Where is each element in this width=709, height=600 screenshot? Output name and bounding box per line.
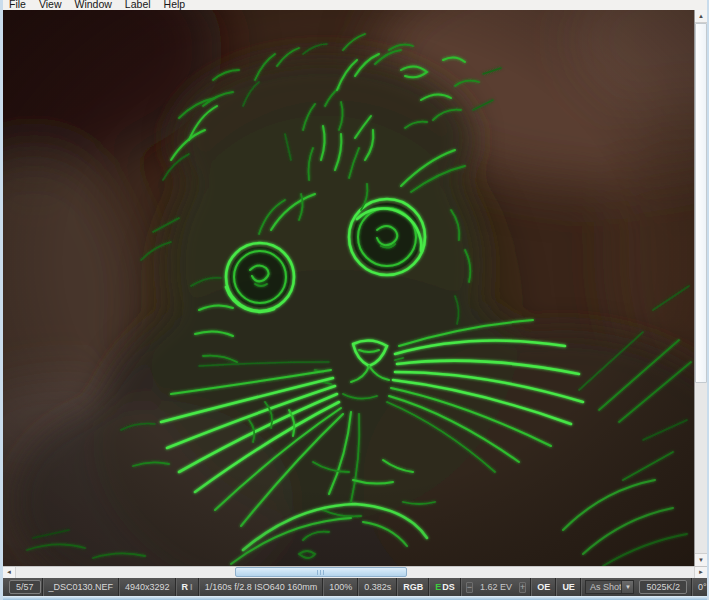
focus-peaking-edges-toggle[interactable]: E <box>431 582 442 592</box>
ev-increase-button[interactable]: + <box>519 582 526 593</box>
overexposure-toggle[interactable]: OE <box>533 582 554 592</box>
zoom-level: 100% <box>325 582 356 592</box>
channel-mode-toggle[interactable]: RGB <box>399 582 427 592</box>
white-balance-value: As Shot <box>586 582 622 592</box>
app-window: File View Window Label Help <box>0 0 709 600</box>
divider <box>175 578 177 596</box>
chevron-down-icon[interactable]: ▼ <box>621 581 633 593</box>
divider <box>118 578 120 596</box>
format-flags: RI <box>178 582 197 592</box>
exif-summary: 1/160s f/2.8 ISO640 160mm <box>201 582 322 592</box>
ev-decrease-button[interactable]: − <box>466 582 473 593</box>
divider <box>460 578 462 596</box>
divider <box>428 578 430 596</box>
scroll-right-icon[interactable]: ► <box>694 567 707 578</box>
vertical-scrollbar[interactable]: ▲ ▼ <box>694 10 707 566</box>
divider <box>691 578 693 596</box>
photo-cat-focus-peaking <box>3 10 694 566</box>
secondary-flag: I <box>188 582 193 592</box>
divider <box>530 578 532 596</box>
menu-bar: File View Window Label Help <box>3 0 707 10</box>
menu-window[interactable]: Window <box>75 0 112 10</box>
image-dimensions: 4940x3292 <box>121 582 174 592</box>
divider <box>396 578 398 596</box>
menu-view[interactable]: View <box>39 0 62 10</box>
color-temperature[interactable]: 5025K/2 <box>639 580 687 594</box>
ev-value: 1.62 EV <box>476 582 516 592</box>
filename: _DSC0130.NEF <box>45 582 118 592</box>
image-viewport[interactable] <box>3 10 694 566</box>
menu-help[interactable]: Help <box>164 0 186 10</box>
divider <box>42 578 44 596</box>
underexposure-toggle[interactable]: UE <box>558 582 579 592</box>
scroll-left-icon[interactable]: ◄ <box>3 567 16 578</box>
white-balance-select[interactable]: As Shot ▼ <box>585 580 635 594</box>
focus-peaking-detail-toggle[interactable]: DS <box>442 582 459 592</box>
vertical-scrollbar-thumb[interactable] <box>695 23 707 383</box>
content-area: ▲ ▼ <box>3 10 707 566</box>
scroll-up-icon[interactable]: ▲ <box>695 10 707 23</box>
status-bar: 5/57 _DSC0130.NEF 4940x3292 RI 1/160s f/… <box>3 578 707 596</box>
scroll-down-icon[interactable]: ▼ <box>695 553 707 566</box>
menu-label[interactable]: Label <box>125 0 151 10</box>
scrollbar-grip <box>317 570 326 575</box>
horizontal-scrollbar[interactable]: ◄ ► <box>3 566 707 578</box>
file-position: 5/57 <box>9 580 41 594</box>
menu-file[interactable]: File <box>9 0 26 10</box>
divider <box>580 578 582 596</box>
render-time: 0.382s <box>360 582 395 592</box>
rotation-value: 0° <box>694 582 707 592</box>
divider <box>555 578 557 596</box>
window-bottom-border <box>3 596 707 600</box>
divider <box>198 578 200 596</box>
divider <box>322 578 324 596</box>
divider <box>357 578 359 596</box>
horizontal-scrollbar-thumb[interactable] <box>235 567 407 577</box>
